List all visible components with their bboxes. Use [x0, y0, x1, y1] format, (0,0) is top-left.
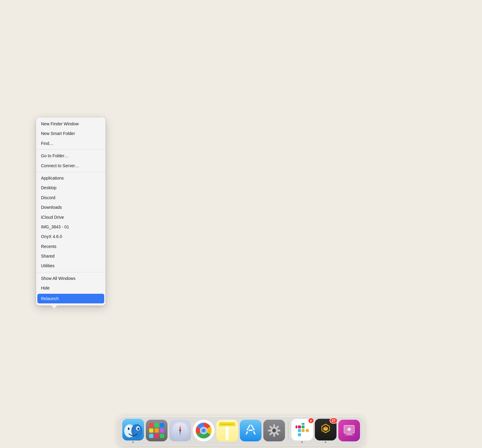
safari-icon: [169, 420, 191, 441]
syspref-icon: [263, 420, 285, 441]
svg-point-35: [273, 429, 276, 432]
menu-item-icloud-drive[interactable]: iCloud Drive: [36, 212, 105, 222]
menu-separator-3: [36, 272, 105, 272]
dock-item-appstore[interactable]: [240, 420, 261, 443]
svg-rect-24: [249, 430, 253, 431]
dock-item-slack[interactable]: ●: [291, 419, 313, 443]
menu-item-hide[interactable]: Hide: [36, 283, 105, 293]
menu-item-new-smart-folder[interactable]: New Smart Folder: [36, 129, 105, 138]
dock-item-safari[interactable]: [169, 420, 191, 443]
svg-rect-41: [302, 423, 305, 425]
menu-item-applications[interactable]: Applications: [36, 173, 105, 183]
svg-rect-29: [277, 430, 280, 431]
launchpad-icon: [146, 420, 167, 441]
svg-point-8: [137, 428, 139, 430]
menu-item-connect-to-server[interactable]: Connect to Server…: [36, 161, 105, 171]
desktop: New Finder Window New Smart Folder Find……: [0, 0, 482, 448]
finder-icon: [122, 419, 144, 440]
dock-item-sysprefs[interactable]: [263, 420, 285, 443]
menu-item-show-all-windows[interactable]: Show All Windows: [36, 274, 105, 283]
cleanmymac-icon: [338, 420, 360, 441]
menu-item-downloads[interactable]: Downloads: [36, 202, 105, 212]
svg-rect-37: [298, 429, 301, 432]
dropzone-dot: [325, 441, 326, 443]
svg-rect-50: [346, 434, 352, 435]
menu-item-desktop[interactable]: Desktop: [36, 183, 105, 193]
slack-dot: [301, 441, 303, 443]
menu-item-onyx[interactable]: OnyX 4.6.0: [36, 232, 105, 241]
dock-item-launchpad[interactable]: [146, 420, 167, 443]
svg-rect-36: [298, 425, 301, 428]
chrome-icon: [193, 420, 214, 441]
svg-point-23: [202, 429, 205, 433]
svg-rect-31: [273, 434, 275, 437]
notes-icon: [216, 420, 238, 441]
context-menu: New Finder Window New Smart Folder Find……: [36, 117, 105, 305]
dropzone-icon: DZ 27: [315, 419, 336, 440]
svg-rect-40: [296, 425, 297, 428]
svg-point-7: [128, 428, 130, 430]
dock-container: ● DZ 27: [69, 416, 413, 448]
menu-item-new-finder-window[interactable]: New Finder Window: [36, 119, 105, 129]
dropzone-badge: 27: [330, 418, 337, 424]
menu-item-find[interactable]: Find…: [36, 139, 105, 148]
finder-dot: [132, 441, 134, 443]
menu-item-discord[interactable]: Discord: [36, 193, 105, 202]
dock-item-notes[interactable]: [216, 420, 238, 443]
dock-item-chrome[interactable]: [193, 420, 214, 443]
svg-rect-27: [273, 424, 275, 427]
svg-rect-39: [302, 429, 305, 432]
dock-item-cleanmymac[interactable]: [338, 420, 360, 443]
menu-item-go-to-folder[interactable]: Go to Folder…: [36, 151, 105, 161]
menu-separator-1: [36, 149, 105, 150]
svg-rect-42: [306, 429, 309, 432]
menu-item-recents[interactable]: Recents: [36, 242, 105, 251]
menu-item-utilities[interactable]: Utilities: [36, 261, 105, 271]
svg-rect-33: [268, 430, 271, 431]
svg-rect-43: [298, 433, 301, 436]
dock-item-finder[interactable]: [122, 419, 144, 443]
menu-item-img-3843[interactable]: IMG_3843 - 01: [36, 222, 105, 232]
dock: ● DZ 27: [118, 416, 364, 446]
dock-item-dropzone[interactable]: DZ 27: [315, 419, 336, 443]
menu-separator-2: [36, 172, 105, 172]
svg-point-4: [132, 425, 142, 437]
dock-divider: [288, 422, 288, 440]
menu-item-relaunch[interactable]: Relaunch: [37, 294, 104, 303]
svg-text:DZ: DZ: [324, 428, 327, 431]
slack-badge: ●: [308, 418, 314, 424]
slack-icon: ●: [291, 419, 313, 440]
svg-rect-51: [345, 435, 354, 435]
svg-rect-38: [302, 425, 305, 428]
appstore-icon: [240, 420, 261, 441]
menu-item-shared[interactable]: Shared: [36, 251, 105, 261]
svg-point-17: [180, 430, 181, 431]
